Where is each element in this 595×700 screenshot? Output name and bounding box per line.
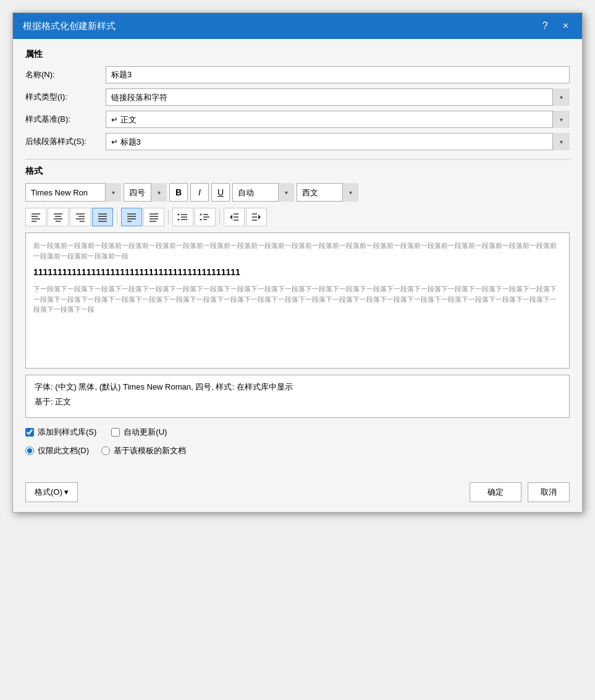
properties-section: 属性 名称(N): 样式类型(I): 链接段落和字符 ▾ 样式基准(B): bbox=[25, 49, 570, 150]
align-toolbar bbox=[25, 208, 570, 226]
title-bar: 根据格式化创建新样式 ? × bbox=[13, 13, 582, 39]
only-this-doc-radio[interactable] bbox=[25, 446, 34, 455]
preview-next-text: 下一段落下一段落下一段落下一段落下一段落下一段落下一段落下一段落下一段落下一段落… bbox=[33, 284, 562, 315]
base-select-wrapper: ↵ 正文 ▾ bbox=[106, 111, 570, 128]
font-size-select[interactable]: 四号 bbox=[124, 183, 167, 202]
align-right-icon bbox=[75, 212, 86, 222]
justify-button[interactable] bbox=[92, 208, 113, 226]
ok-button[interactable]: 确定 bbox=[470, 482, 521, 502]
type-select[interactable]: 链接段落和字符 bbox=[106, 88, 570, 106]
new-from-template-radio[interactable] bbox=[101, 446, 110, 455]
color-wrapper: 自动 ▾ bbox=[232, 183, 294, 202]
font-name-select[interactable]: Times New Ron bbox=[25, 183, 121, 202]
auto-update-checkbox[interactable] bbox=[111, 428, 120, 437]
justify2-icon bbox=[148, 212, 159, 222]
properties-label: 属性 bbox=[25, 49, 570, 60]
next-label: 后续段落样式(S): bbox=[25, 136, 106, 147]
align-left-button[interactable] bbox=[25, 208, 46, 226]
svg-marker-37 bbox=[230, 215, 232, 220]
dialog-root: 根据格式化创建新样式 ? × 属性 名称(N): 样式类型(I): 链接段落和字… bbox=[12, 12, 583, 513]
underline-button[interactable]: U bbox=[211, 183, 230, 202]
font-info-line2: 基于: 正文 bbox=[35, 396, 560, 408]
justify-dist-button[interactable] bbox=[121, 208, 142, 226]
font-info-line1: 字体: (中文) 黑体, (默认) Times New Roman, 四号, 样… bbox=[35, 382, 560, 393]
new-from-template-text: 基于该模板的新文档 bbox=[114, 445, 186, 456]
font-size-wrapper: 四号 ▾ bbox=[124, 183, 167, 202]
italic-button[interactable]: I bbox=[190, 183, 209, 202]
format-menu-button[interactable]: 格式(O) ▾ bbox=[25, 482, 78, 502]
justify-dist-icon bbox=[126, 212, 137, 222]
para-spacing-button[interactable] bbox=[195, 208, 216, 226]
align-left-icon bbox=[30, 212, 41, 222]
para-spacing-icon bbox=[200, 212, 211, 222]
cancel-button[interactable]: 取消 bbox=[528, 482, 570, 502]
indent-left-icon bbox=[229, 212, 240, 222]
footer-right: 确定 取消 bbox=[470, 482, 570, 502]
name-input[interactable] bbox=[106, 66, 570, 83]
align-center-icon bbox=[53, 212, 64, 222]
format-menu-label: 格式(O) ▾ bbox=[35, 487, 69, 498]
help-button[interactable]: ? bbox=[539, 19, 552, 33]
base-select[interactable]: ↵ 正文 bbox=[106, 111, 570, 128]
indent-left-button[interactable] bbox=[224, 208, 245, 226]
font-info-box: 字体: (中文) 黑体, (默认) Times New Roman, 四号, 样… bbox=[25, 375, 570, 418]
format-label: 格式 bbox=[25, 166, 570, 177]
radio-group: 仅限此文档(D) 基于该模板的新文档 bbox=[25, 445, 570, 456]
base-label: 样式基准(B): bbox=[25, 114, 106, 125]
auto-update-text: 自动更新(U) bbox=[124, 427, 167, 438]
svg-marker-32 bbox=[200, 213, 202, 215]
indent-right-icon bbox=[251, 212, 262, 222]
dialog-title: 根据格式化创建新样式 bbox=[23, 20, 116, 32]
only-this-doc-text: 仅限此文档(D) bbox=[38, 445, 89, 456]
preview-prev-text: 前一段落前一段落前一段落前一段落前一段落前一段落前一段落前一段落前一段落前一段落… bbox=[33, 241, 562, 261]
align-right-button[interactable] bbox=[70, 208, 91, 226]
svg-marker-41 bbox=[258, 215, 261, 220]
format-section: 格式 Times New Ron ▾ 四号 ▾ B bbox=[25, 166, 570, 418]
add-to-library-checkbox[interactable] bbox=[25, 428, 34, 437]
close-button[interactable]: × bbox=[559, 19, 572, 33]
title-bar-controls: ? × bbox=[539, 19, 572, 33]
name-row: 名称(N): bbox=[25, 66, 570, 83]
new-from-template-label[interactable]: 基于该模板的新文档 bbox=[101, 445, 186, 456]
preview-main-text: 1111111111111111111111111111111111111111… bbox=[33, 265, 562, 280]
add-to-library-text: 添加到样式库(S) bbox=[38, 427, 96, 438]
type-row: 样式类型(I): 链接段落和字符 ▾ bbox=[25, 88, 570, 106]
align-sep-1 bbox=[117, 210, 117, 224]
align-center-button[interactable] bbox=[48, 208, 69, 226]
lang-select[interactable]: 西文 bbox=[297, 183, 358, 202]
base-row: 样式基准(B): ↵ 正文 ▾ bbox=[25, 111, 570, 128]
dialog-footer: 格式(O) ▾ 确定 取消 bbox=[13, 476, 582, 512]
name-label: 名称(N): bbox=[25, 69, 106, 80]
type-label: 样式类型(I): bbox=[25, 92, 106, 103]
svg-marker-33 bbox=[200, 219, 202, 221]
auto-update-label[interactable]: 自动更新(U) bbox=[111, 427, 167, 438]
font-name-wrapper: Times New Ron ▾ bbox=[25, 183, 121, 202]
bottom-options: 添加到样式库(S) 自动更新(U) bbox=[25, 427, 570, 438]
svg-marker-28 bbox=[177, 219, 180, 221]
indent-right-button[interactable] bbox=[246, 208, 267, 226]
line-spacing-icon bbox=[177, 212, 188, 222]
dialog-body: 属性 名称(N): 样式类型(I): 链接段落和字符 ▾ 样式基准(B): bbox=[13, 39, 582, 476]
justify-icon bbox=[97, 212, 108, 222]
svg-marker-27 bbox=[177, 213, 180, 215]
justify2-button[interactable] bbox=[143, 208, 164, 226]
font-toolbar: Times New Ron ▾ 四号 ▾ B I U bbox=[25, 183, 570, 202]
align-sep-3 bbox=[219, 210, 220, 224]
color-select[interactable]: 自动 bbox=[232, 183, 294, 202]
next-select[interactable]: ↵ 标题3 bbox=[106, 133, 570, 150]
lang-wrapper: 西文 ▾ bbox=[297, 183, 358, 202]
footer-left: 格式(O) ▾ bbox=[25, 482, 78, 502]
type-select-wrapper: 链接段落和字符 ▾ bbox=[106, 88, 570, 106]
divider-1 bbox=[25, 159, 570, 160]
preview-box: 前一段落前一段落前一段落前一段落前一段落前一段落前一段落前一段落前一段落前一段落… bbox=[25, 233, 570, 369]
next-select-wrapper: ↵ 标题3 ▾ bbox=[106, 133, 570, 150]
only-this-doc-label[interactable]: 仅限此文档(D) bbox=[25, 445, 89, 456]
align-sep-2 bbox=[168, 210, 169, 224]
line-spacing-button[interactable] bbox=[172, 208, 193, 226]
bold-button[interactable]: B bbox=[169, 183, 188, 202]
add-to-library-label[interactable]: 添加到样式库(S) bbox=[25, 427, 96, 438]
next-row: 后续段落样式(S): ↵ 标题3 ▾ bbox=[25, 133, 570, 150]
